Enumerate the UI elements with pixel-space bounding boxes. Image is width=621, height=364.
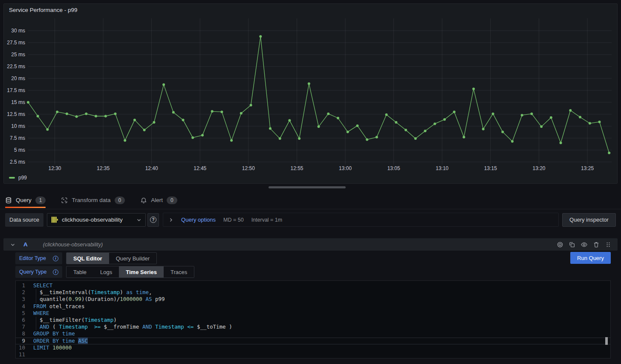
y-tick-label: 10 ms	[11, 123, 25, 129]
tab-query-count: 1	[35, 196, 46, 204]
tab-transform-count: 0	[115, 196, 125, 204]
data-point	[433, 122, 436, 125]
data-point	[66, 113, 68, 115]
legend-series-swatch	[9, 177, 15, 179]
data-point	[308, 82, 310, 85]
segment-time-series[interactable]: Time Series	[119, 266, 164, 277]
code-text: GROUP BY time	[33, 330, 75, 337]
data-point	[598, 121, 601, 123]
data-point	[269, 127, 272, 130]
code-text: quantile(0.99)(Duration)/1000000 AS p99	[33, 296, 165, 303]
line-number: 11	[16, 351, 25, 358]
clickhouse-logo-icon	[51, 216, 58, 223]
code-text: AND ( Timestamp >= $__fromTime AND Times…	[33, 324, 232, 330]
delete-icon[interactable]	[593, 241, 600, 248]
datasource-picker[interactable]: clickhouse-observability	[47, 213, 146, 227]
segment-traces[interactable]: Traces	[164, 266, 194, 277]
info-circle-icon[interactable]: i	[53, 269, 58, 275]
data-point	[201, 134, 204, 136]
data-point	[37, 115, 39, 118]
tab-query-label: Query	[16, 197, 32, 203]
data-point	[540, 125, 543, 128]
horizontal-scrollbar-thumb[interactable]	[269, 186, 346, 188]
database-icon	[5, 197, 12, 204]
data-point	[404, 129, 407, 131]
y-tick-label: 7.5 ms	[10, 135, 25, 141]
x-tick-label: 12:45	[194, 165, 206, 171]
data-point	[337, 117, 339, 119]
data-point	[443, 118, 446, 121]
data-point	[569, 109, 572, 112]
data-point	[501, 130, 504, 133]
query-datasource-note: (clickhouse-observability)	[43, 242, 103, 248]
segment-logs[interactable]: Logs	[93, 266, 119, 277]
query-row-header[interactable]: A (clickhouse-observability)	[3, 238, 618, 251]
data-point	[298, 137, 300, 140]
code-text: ORDER BY time ASC	[33, 338, 88, 344]
y-tick-label: 20 ms	[11, 75, 25, 81]
code-line: 7 AND ( Timestamp >= $__fromTime AND Tim…	[16, 324, 610, 330]
data-point	[366, 138, 368, 141]
query-ref-id[interactable]: A	[23, 241, 28, 248]
data-point	[560, 142, 562, 144]
data-point	[385, 113, 388, 116]
datasource-help-button[interactable]: ?	[147, 213, 159, 227]
tab-transform-data[interactable]: Transform data 0	[61, 191, 125, 209]
query-type-segmented: Table Logs Time Series Traces	[66, 266, 194, 278]
data-point	[395, 121, 397, 124]
legend-series-label[interactable]: p99	[18, 175, 27, 181]
data-point	[511, 140, 514, 143]
duplicate-icon[interactable]	[569, 241, 575, 248]
query-options-toggle[interactable]: Query options	[181, 217, 216, 223]
timeseries-chart[interactable]: 30 ms27.5 ms25 ms22.5 ms20 ms17.5 ms15 m…	[4, 17, 617, 175]
query-type-label: Query Type i	[15, 266, 62, 278]
tab-alert[interactable]: Alert 0	[140, 191, 177, 209]
query-options-row: Query options MD = 50 Interval = 1m	[163, 213, 559, 227]
y-tick-label: 27.5 ms	[7, 40, 25, 46]
code-line: 2 $__timeInterval(Timestamp) as time,	[16, 289, 610, 296]
data-point	[172, 111, 175, 114]
code-line: 3 quantile(0.99)(Duration)/1000000 AS p9…	[16, 296, 610, 303]
x-tick-label: 13:20	[532, 165, 545, 171]
code-text: WHERE	[33, 310, 49, 317]
y-tick-label: 15 ms	[11, 99, 25, 105]
data-point	[182, 118, 185, 121]
segment-table[interactable]: Table	[66, 266, 93, 277]
panel-edit-tabs: Query 1 Transform data 0 Alert 0	[5, 191, 177, 209]
hide-response-icon[interactable]	[581, 241, 588, 248]
data-point	[608, 152, 610, 154]
line-number: 3	[16, 296, 25, 303]
x-tick-label: 12:50	[242, 165, 255, 171]
query-inspector-button[interactable]: Query inspector	[562, 213, 616, 227]
line-number: 8	[16, 330, 25, 337]
x-tick-label: 13:15	[484, 165, 497, 171]
data-point	[191, 136, 194, 139]
data-point	[579, 116, 581, 118]
y-tick-label: 2.5 ms	[10, 159, 25, 165]
run-query-button[interactable]: Run Query	[570, 252, 611, 264]
tab-transform-label: Transform data	[72, 197, 110, 203]
drag-handle-icon[interactable]	[605, 241, 612, 248]
query-row-toolbar	[557, 241, 612, 248]
data-point	[550, 116, 552, 119]
code-line: 1SELECT	[16, 282, 610, 289]
y-tick-label: 30 ms	[11, 28, 25, 34]
data-point	[104, 115, 107, 118]
line-number: 6	[16, 317, 25, 324]
code-lines: 1SELECT2 $__timeInterval(Timestamp) as t…	[16, 282, 610, 358]
timeseries-panel: Service Performance - p99 30 ms27.5 ms25…	[3, 3, 618, 184]
disable-icon[interactable]	[557, 241, 563, 248]
indent-guide	[36, 317, 36, 324]
segment-query-builder[interactable]: Query Builder	[109, 253, 156, 264]
sql-code-editor[interactable]: 1SELECT2 $__timeInterval(Timestamp) as t…	[15, 280, 611, 358]
data-point	[521, 114, 523, 116]
info-circle-icon[interactable]: i	[53, 256, 58, 261]
segment-sql-editor[interactable]: SQL Editor	[66, 253, 109, 264]
collapse-chevron-icon[interactable]	[10, 242, 15, 247]
tab-query[interactable]: Query 1	[5, 191, 46, 209]
data-point	[124, 139, 126, 142]
data-point	[230, 139, 233, 142]
chevron-right-icon[interactable]	[168, 217, 173, 222]
question-circle-icon: ?	[150, 217, 156, 223]
code-line: 8GROUP BY time	[16, 330, 610, 337]
